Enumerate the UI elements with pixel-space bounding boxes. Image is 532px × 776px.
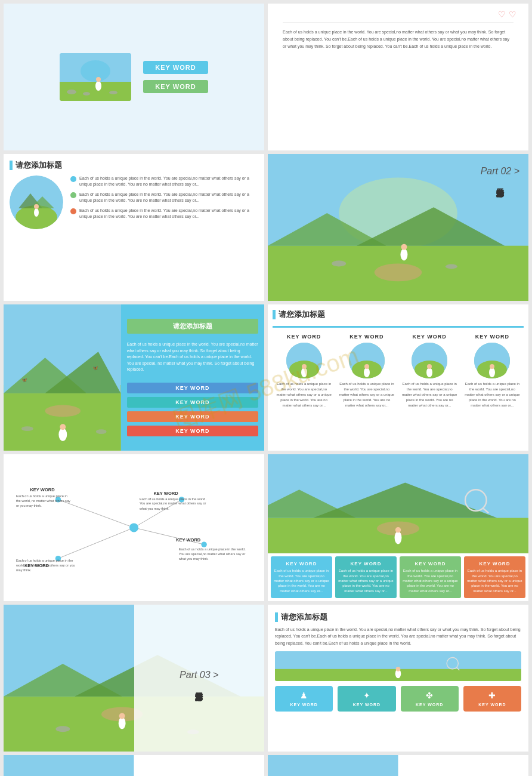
col-4: KEY WORD Each of us holds a unique place… bbox=[461, 331, 524, 446]
slide-10-title: 请您添加标题 bbox=[281, 612, 327, 623]
svg-point-32 bbox=[60, 424, 66, 430]
slide-8-boxes: KEY WORD Each of us holds a unique place… bbox=[268, 553, 528, 601]
slide-1: KEY WORD KEY WORD bbox=[4, 4, 264, 150]
slide-10-body: Each of us holds a unique place in the w… bbox=[275, 626, 521, 646]
svg-point-31 bbox=[58, 428, 67, 441]
svg-text:🦋: 🦋 bbox=[21, 376, 27, 382]
col-text-2: Each of us holds a unique place in the w… bbox=[338, 381, 395, 408]
slide-10-scene bbox=[275, 651, 521, 681]
box-1: KEY WORD Each of us holds a unique place… bbox=[271, 556, 332, 598]
col-text-4: Each of us holds a unique place in the w… bbox=[464, 381, 521, 408]
svg-point-43 bbox=[364, 368, 370, 377]
svg-point-48 bbox=[427, 364, 432, 369]
box-text-1: Each of us holds a unique place in the w… bbox=[274, 568, 329, 593]
col-kw-2: KEY WORD bbox=[349, 334, 383, 340]
icon-box-3: ✤ KEY WORD bbox=[401, 686, 459, 712]
slide-11: 请您添加标题 Each of us holds a unique place i… bbox=[4, 755, 264, 776]
svg-point-5 bbox=[96, 77, 101, 82]
col-kw-3: KEY WORD bbox=[412, 334, 446, 340]
slide-12-content: 请您添加标题 Each of us holds a unique place i… bbox=[398, 755, 529, 776]
svg-rect-91 bbox=[4, 755, 134, 776]
slide-5-desc: Each of us holds a unique place in the w… bbox=[127, 341, 258, 373]
icon-box-2: ✦ KEY WORD bbox=[338, 686, 395, 712]
slide-9: Part 03 > 请添加第三部分标题 bbox=[4, 605, 264, 752]
list-item-2: Each of us holds a unique place in the w… bbox=[79, 192, 258, 204]
svg-point-51 bbox=[489, 368, 495, 377]
svg-point-34 bbox=[96, 429, 107, 434]
col-3: KEY WORD Each of us holds a unique place… bbox=[398, 331, 461, 446]
svg-point-83 bbox=[55, 726, 70, 732]
svg-text:KEY WORD: KEY WORD bbox=[30, 487, 55, 492]
col-circle-1 bbox=[286, 343, 322, 378]
svg-text:🦋: 🦋 bbox=[92, 365, 98, 371]
col-circle-4 bbox=[474, 343, 510, 378]
col-text-1: Each of us holds a unique place in the w… bbox=[276, 381, 332, 408]
svg-point-71 bbox=[395, 532, 402, 544]
icon-kw-4: KEY WORD bbox=[478, 703, 506, 707]
title-bar-6 bbox=[273, 310, 276, 319]
svg-rect-27 bbox=[4, 393, 120, 451]
slides-grid: KEY WORD KEY WORD ♡ ♡ Each of us holds a… bbox=[0, 0, 532, 776]
svg-point-2 bbox=[81, 60, 110, 82]
svg-point-72 bbox=[395, 527, 401, 532]
svg-point-33 bbox=[21, 426, 33, 431]
slide-2-content: Each of us holds a unique place in the w… bbox=[274, 26, 522, 53]
box-kw-2: KEY WORD bbox=[351, 561, 382, 566]
svg-point-15 bbox=[34, 204, 39, 209]
icon-2: ✦ bbox=[363, 691, 370, 700]
svg-line-55 bbox=[58, 528, 134, 559]
svg-point-40 bbox=[302, 364, 307, 369]
box-text-2: Each of us holds a unique place in the w… bbox=[338, 568, 394, 593]
list-item-3: Each of us holds a unique place in the w… bbox=[79, 208, 258, 220]
part-9-num: Part 03 > bbox=[180, 670, 218, 680]
slide-6-cols: KEY WORD Each of us holds a unique place… bbox=[273, 331, 524, 446]
slide-4: Part 02 > 请添加第二部分标题 bbox=[268, 154, 528, 301]
svg-point-21 bbox=[375, 263, 422, 281]
slide-6-title: 请您添加标题 bbox=[279, 309, 325, 320]
svg-point-4 bbox=[95, 81, 101, 91]
svg-point-25 bbox=[446, 264, 457, 269]
dot-3 bbox=[70, 208, 76, 214]
svg-point-24 bbox=[332, 260, 346, 266]
box-2: KEY WORD Each of us holds a unique place… bbox=[335, 556, 397, 598]
slide-6: 请您添加标题 KEY WORD Each of us holds a uniqu… bbox=[268, 304, 528, 451]
svg-point-8 bbox=[109, 91, 117, 94]
slide-8: KEY WORD Each of us holds a unique place… bbox=[268, 454, 528, 601]
kw-row-4: KEY WORD bbox=[127, 426, 258, 436]
svg-point-47 bbox=[426, 368, 432, 377]
svg-text:KEY WORD: KEY WORD bbox=[153, 491, 178, 497]
slide-1-keywords: KEY WORD KEY WORD bbox=[143, 61, 208, 93]
keyword-btn-1[interactable]: KEY WORD bbox=[143, 61, 208, 74]
slide-6-title-row: 请您添加标题 bbox=[273, 309, 524, 320]
col-circle-3 bbox=[412, 343, 447, 378]
slide-11-content: 请您添加标题 Each of us holds a unique place i… bbox=[134, 755, 265, 776]
box-kw-3: KEY WORD bbox=[415, 561, 446, 566]
slide-3: 请您添加标题 Each of us hold bbox=[4, 154, 264, 301]
col-1: KEY WORD Each of us holds a unique place… bbox=[273, 331, 335, 446]
slide-8-scene bbox=[268, 454, 528, 553]
svg-point-57 bbox=[129, 524, 138, 532]
slide-12-scene bbox=[268, 755, 398, 776]
dot-1 bbox=[70, 176, 76, 182]
heart-icon-2: ♡ bbox=[509, 10, 516, 19]
keyword-btn-2[interactable]: KEY WORD bbox=[143, 80, 208, 93]
box-kw-4: KEY WORD bbox=[480, 561, 511, 566]
svg-point-14 bbox=[34, 208, 39, 217]
dot-2 bbox=[70, 192, 76, 198]
slide-10-title-row: 请您添加标题 bbox=[275, 612, 521, 623]
part-9-overlay: Part 03 > 请添加第三部分标题 bbox=[134, 605, 265, 752]
col-2: KEY WORD Each of us holds a unique place… bbox=[335, 331, 398, 446]
svg-point-7 bbox=[83, 92, 90, 96]
svg-point-39 bbox=[301, 368, 307, 377]
svg-point-44 bbox=[364, 364, 369, 369]
title-bar-10 bbox=[275, 612, 278, 622]
svg-point-88 bbox=[396, 667, 401, 672]
box-3: KEY WORD Each of us holds a unique place… bbox=[400, 556, 461, 598]
slide-11-scene bbox=[4, 755, 134, 776]
svg-point-82 bbox=[119, 713, 125, 719]
list-item-1: Each of us holds a unique place in the w… bbox=[79, 175, 258, 188]
box-kw-1: KEY WORD bbox=[286, 561, 317, 566]
icon-box-1: ♟ KEY WORD bbox=[275, 686, 333, 712]
kw-row-2: KEY WORD bbox=[127, 397, 258, 408]
slide-5: 🦋 🦋 请您添加标题 Each of us holds a unique pla… bbox=[4, 304, 264, 451]
